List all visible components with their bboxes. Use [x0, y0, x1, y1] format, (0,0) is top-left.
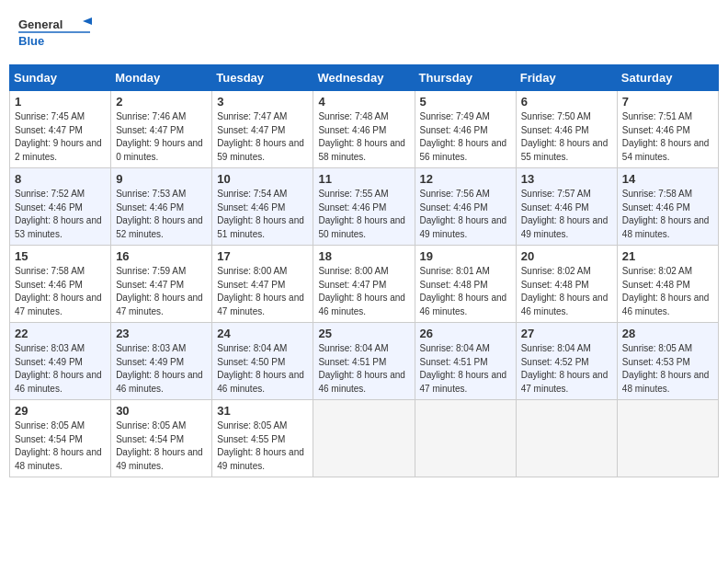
- sunrise-label: Sunrise: 7:54 AM: [217, 189, 287, 199]
- day-number: 21: [622, 249, 713, 263]
- weekday-header-row: SundayMondayTuesdayWednesdayThursdayFrid…: [10, 65, 719, 91]
- day-info: Sunrise: 7:52 AM Sunset: 4:46 PM Dayligh…: [15, 188, 106, 241]
- day-info: Sunrise: 7:58 AM Sunset: 4:46 PM Dayligh…: [15, 265, 106, 318]
- day-info: Sunrise: 7:54 AM Sunset: 4:46 PM Dayligh…: [217, 188, 308, 241]
- weekday-monday: Monday: [111, 65, 212, 91]
- sunrise-label: Sunrise: 7:45 AM: [15, 111, 85, 121]
- sunrise-label: Sunrise: 8:00 AM: [318, 266, 388, 276]
- calendar-table: SundayMondayTuesdayWednesdayThursdayFrid…: [9, 64, 719, 477]
- day-info: Sunrise: 8:04 AM Sunset: 4:51 PM Dayligh…: [318, 342, 409, 396]
- calendar-cell: 23 Sunrise: 8:03 AM Sunset: 4:49 PM Dayl…: [111, 323, 212, 400]
- sunrise-label: Sunrise: 7:56 AM: [420, 189, 490, 199]
- daylight-label: Daylight: 9 hours and 0 minutes.: [116, 138, 203, 162]
- sunset-label: Sunset: 4:50 PM: [217, 357, 285, 367]
- daylight-label: Daylight: 8 hours and 48 minutes.: [622, 215, 710, 239]
- daylight-label: Daylight: 8 hours and 50 minutes.: [318, 215, 405, 239]
- calendar-cell: 3 Sunrise: 7:47 AM Sunset: 4:47 PM Dayli…: [212, 91, 313, 168]
- sunrise-label: Sunrise: 8:05 AM: [116, 420, 186, 431]
- sunset-label: Sunset: 4:46 PM: [318, 125, 386, 135]
- day-number: 31: [217, 404, 308, 418]
- day-info: Sunrise: 7:58 AM Sunset: 4:46 PM Dayligh…: [622, 188, 713, 241]
- daylight-label: Daylight: 8 hours and 54 minutes.: [622, 138, 710, 162]
- calendar-cell: 9 Sunrise: 7:53 AM Sunset: 4:46 PM Dayli…: [111, 168, 212, 246]
- day-number: 27: [521, 327, 612, 340]
- sunrise-label: Sunrise: 8:05 AM: [15, 420, 85, 431]
- calendar-cell: 18 Sunrise: 8:00 AM Sunset: 4:47 PM Dayl…: [313, 246, 415, 323]
- calendar-cell: [516, 400, 617, 477]
- day-number: 2: [116, 95, 207, 109]
- day-number: 29: [15, 404, 106, 418]
- calendar-cell: 2 Sunrise: 7:46 AM Sunset: 4:47 PM Dayli…: [111, 91, 212, 168]
- day-number: 7: [622, 95, 713, 109]
- daylight-label: Daylight: 8 hours and 55 minutes.: [521, 138, 609, 162]
- day-info: Sunrise: 7:46 AM Sunset: 4:47 PM Dayligh…: [116, 110, 207, 164]
- daylight-label: Daylight: 8 hours and 46 minutes.: [318, 293, 405, 316]
- calendar-cell: 22 Sunrise: 8:03 AM Sunset: 4:49 PM Dayl…: [10, 323, 111, 400]
- sunrise-label: Sunrise: 7:58 AM: [15, 266, 85, 276]
- day-info: Sunrise: 8:05 AM Sunset: 4:53 PM Dayligh…: [622, 342, 713, 396]
- daylight-label: Daylight: 8 hours and 48 minutes.: [622, 370, 710, 394]
- svg-text:Blue: Blue: [18, 34, 44, 48]
- weekday-friday: Friday: [516, 65, 617, 91]
- sunset-label: Sunset: 4:47 PM: [318, 280, 386, 290]
- day-number: 9: [116, 172, 207, 186]
- logo: General Blue: [18, 14, 92, 51]
- calendar-cell: 7 Sunrise: 7:51 AM Sunset: 4:46 PM Dayli…: [617, 91, 718, 168]
- day-info: Sunrise: 8:00 AM Sunset: 4:47 PM Dayligh…: [217, 265, 308, 318]
- week-row-2: 8 Sunrise: 7:52 AM Sunset: 4:46 PM Dayli…: [10, 168, 719, 246]
- calendar-cell: 14 Sunrise: 7:58 AM Sunset: 4:46 PM Dayl…: [617, 168, 718, 246]
- sunset-label: Sunset: 4:55 PM: [217, 434, 285, 444]
- calendar-cell: [617, 400, 718, 477]
- calendar-cell: 5 Sunrise: 7:49 AM Sunset: 4:46 PM Dayli…: [415, 91, 516, 168]
- svg-text:General: General: [18, 17, 63, 31]
- sunrise-label: Sunrise: 7:55 AM: [318, 189, 388, 199]
- day-info: Sunrise: 7:55 AM Sunset: 4:46 PM Dayligh…: [318, 188, 409, 241]
- sunrise-label: Sunrise: 7:57 AM: [521, 189, 591, 199]
- day-info: Sunrise: 7:48 AM Sunset: 4:46 PM Dayligh…: [318, 110, 409, 164]
- calendar-cell: 13 Sunrise: 7:57 AM Sunset: 4:46 PM Dayl…: [516, 168, 617, 246]
- sunset-label: Sunset: 4:47 PM: [15, 125, 83, 135]
- sunset-label: Sunset: 4:46 PM: [420, 125, 488, 135]
- day-number: 20: [521, 249, 612, 263]
- sunset-label: Sunset: 4:46 PM: [116, 202, 184, 213]
- sunset-label: Sunset: 4:46 PM: [217, 202, 285, 213]
- calendar-cell: 11 Sunrise: 7:55 AM Sunset: 4:46 PM Dayl…: [313, 168, 415, 246]
- day-number: 23: [116, 327, 207, 340]
- day-info: Sunrise: 8:00 AM Sunset: 4:47 PM Dayligh…: [318, 265, 409, 318]
- calendar-cell: 12 Sunrise: 7:56 AM Sunset: 4:46 PM Dayl…: [415, 168, 516, 246]
- day-number: 25: [318, 327, 409, 340]
- daylight-label: Daylight: 8 hours and 46 minutes.: [318, 370, 405, 394]
- daylight-label: Daylight: 8 hours and 46 minutes.: [420, 293, 507, 316]
- sunset-label: Sunset: 4:48 PM: [622, 280, 690, 290]
- sunrise-label: Sunrise: 7:46 AM: [116, 111, 186, 121]
- day-info: Sunrise: 8:05 AM Sunset: 4:55 PM Dayligh…: [217, 419, 308, 473]
- daylight-label: Daylight: 8 hours and 48 minutes.: [15, 447, 102, 471]
- sunset-label: Sunset: 4:46 PM: [15, 280, 83, 290]
- sunset-label: Sunset: 4:51 PM: [420, 357, 488, 367]
- daylight-label: Daylight: 8 hours and 59 minutes.: [217, 138, 304, 162]
- sunset-label: Sunset: 4:53 PM: [622, 357, 690, 367]
- sunset-label: Sunset: 4:52 PM: [521, 357, 589, 367]
- logo-svg: General Blue: [18, 14, 92, 51]
- sunset-label: Sunset: 4:54 PM: [116, 434, 184, 444]
- sunrise-label: Sunrise: 7:59 AM: [116, 266, 186, 276]
- calendar-cell: 20 Sunrise: 8:02 AM Sunset: 4:48 PM Dayl…: [516, 246, 617, 323]
- sunset-label: Sunset: 4:47 PM: [217, 280, 285, 290]
- day-info: Sunrise: 8:04 AM Sunset: 4:51 PM Dayligh…: [420, 342, 511, 396]
- calendar-cell: [313, 400, 415, 477]
- day-info: Sunrise: 8:02 AM Sunset: 4:48 PM Dayligh…: [521, 265, 612, 318]
- calendar-cell: 1 Sunrise: 7:45 AM Sunset: 4:47 PM Dayli…: [10, 91, 111, 168]
- day-info: Sunrise: 7:53 AM Sunset: 4:46 PM Dayligh…: [116, 188, 207, 241]
- daylight-label: Daylight: 8 hours and 49 minutes.: [116, 447, 203, 471]
- calendar-cell: 10 Sunrise: 7:54 AM Sunset: 4:46 PM Dayl…: [212, 168, 313, 246]
- calendar-cell: 8 Sunrise: 7:52 AM Sunset: 4:46 PM Dayli…: [10, 168, 111, 246]
- daylight-label: Daylight: 8 hours and 49 minutes.: [420, 215, 507, 239]
- calendar-cell: 6 Sunrise: 7:50 AM Sunset: 4:46 PM Dayli…: [516, 91, 617, 168]
- sunrise-label: Sunrise: 8:04 AM: [318, 343, 388, 353]
- daylight-label: Daylight: 8 hours and 58 minutes.: [318, 138, 405, 162]
- week-row-4: 22 Sunrise: 8:03 AM Sunset: 4:49 PM Dayl…: [10, 323, 719, 400]
- daylight-label: Daylight: 8 hours and 46 minutes.: [116, 370, 203, 394]
- day-number: 11: [318, 172, 409, 186]
- sunrise-label: Sunrise: 7:47 AM: [217, 111, 287, 121]
- calendar-cell: 26 Sunrise: 8:04 AM Sunset: 4:51 PM Dayl…: [415, 323, 516, 400]
